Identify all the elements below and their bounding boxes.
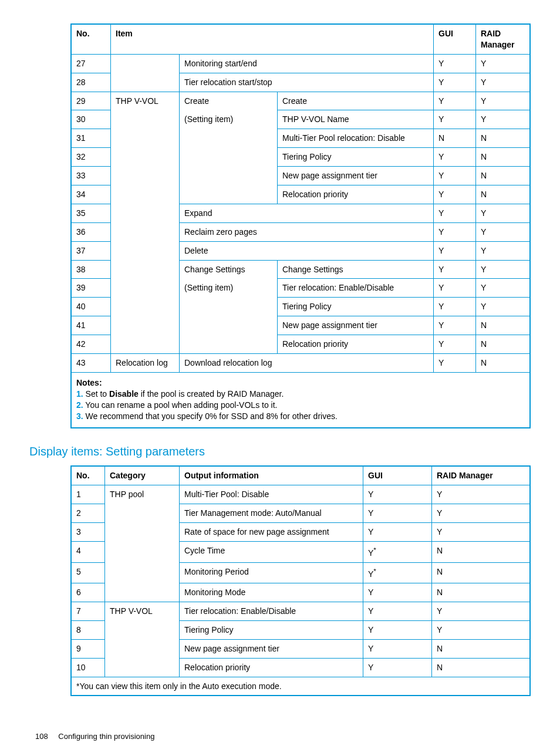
cell-no: 28 xyxy=(71,73,111,92)
cell-detail: New page assignment tier xyxy=(278,167,434,185)
page-number: 108 xyxy=(35,732,48,741)
cell-gui: Y xyxy=(434,354,476,373)
cell-raid: Y xyxy=(476,260,531,279)
cell-category: THP pool xyxy=(105,485,180,504)
cell-category xyxy=(105,562,180,583)
cell-output: Cycle Time xyxy=(180,542,363,563)
table-row: 37 Delete Y Y xyxy=(71,241,530,260)
table-row: 9 New page assignment tier Y N xyxy=(71,639,530,658)
cell-gui: Y xyxy=(363,658,432,677)
cell-category: THP V-VOL xyxy=(105,602,180,621)
cell-no: 34 xyxy=(71,185,111,204)
cell-no: 37 xyxy=(71,241,111,260)
col-gui: GUI xyxy=(434,24,476,54)
cell-item: Relocation log xyxy=(111,354,180,373)
cell-gui: Y xyxy=(434,298,476,316)
cell-item xyxy=(111,335,180,354)
cell-gui: Y xyxy=(363,602,432,621)
cell-sub: Change Settings xyxy=(180,260,278,279)
cell-gui: Y xyxy=(363,639,432,658)
cell-detail: Download relocation log xyxy=(180,354,434,373)
table-row: 38 Change Settings Change Settings Y Y xyxy=(71,260,530,279)
cell-no: 8 xyxy=(71,620,105,639)
page-footer: 108 Configuring thin provisioning xyxy=(29,731,531,742)
cell-raid: N xyxy=(432,639,531,658)
table-row: 42 Relocation priority Y N xyxy=(71,335,530,354)
table-row: 35 Expand Y Y xyxy=(71,204,530,222)
note-text-bold: Disable xyxy=(109,389,139,399)
cell-sub xyxy=(180,129,278,148)
cell-raid: N xyxy=(476,129,531,148)
cell-raid: N xyxy=(476,335,531,354)
col-no: No. xyxy=(71,24,111,54)
note-text-pre: Set to xyxy=(86,389,109,399)
cell-gui: Y xyxy=(363,485,432,504)
table-row: 27 Monitoring start/end Y Y xyxy=(71,54,530,73)
table-footnote: *You can view this item only in the Auto… xyxy=(71,677,530,696)
cell-gui: Y xyxy=(434,73,476,92)
cell-item xyxy=(111,110,180,129)
cell-raid: N xyxy=(476,316,531,335)
cell-category xyxy=(105,542,180,563)
cell-no: 5 xyxy=(71,562,105,583)
table-row: 43 Relocation log Download relocation lo… xyxy=(71,354,530,373)
cell-gui: Y xyxy=(363,504,432,523)
table-row: 39 (Setting item) Tier relocation: Enabl… xyxy=(71,279,530,298)
cell-no: 10 xyxy=(71,658,105,677)
cell-no: 3 xyxy=(71,523,105,542)
cell-raid: Y xyxy=(432,485,531,504)
cell-gui: Y xyxy=(434,260,476,279)
col-output: Output information xyxy=(180,466,363,485)
table-setting-items: No. Item GUI RAID Manager 27 Monitoring … xyxy=(70,23,531,428)
cell-raid: Y xyxy=(476,298,531,316)
table-row: 30 (Setting item) THP V-VOL Name Y Y xyxy=(71,110,530,129)
cell-raid: Y xyxy=(476,54,531,73)
cell-sub xyxy=(180,298,278,316)
table-row: 40 Tiering Policy Y Y xyxy=(71,298,530,316)
cell-detail: Monitoring start/end xyxy=(180,54,434,73)
table-row: 29 THP V-VOL Create Create Y Y xyxy=(71,92,530,110)
cell-sub: (Setting item) xyxy=(180,279,278,298)
cell-output: Tier relocation: Enable/Disable xyxy=(180,602,363,621)
note-text-post: if the pool is created by RAID Manager. xyxy=(139,389,284,399)
cell-no: 40 xyxy=(71,298,111,316)
cell-no: 36 xyxy=(71,222,111,241)
notes-row: Notes: 1. Set to Disable if the pool is … xyxy=(71,372,530,428)
note-number-icon: 3. xyxy=(76,411,83,421)
cell-no: 35 xyxy=(71,204,111,222)
table-row: 28 Tier relocation start/stop Y Y xyxy=(71,73,530,92)
table-row: 1 THP pool Multi-Tier Pool: Disable Y Y xyxy=(71,485,530,504)
cell-sub xyxy=(180,148,278,167)
notes-title: Notes: xyxy=(76,378,102,387)
cell-output: Relocation priority xyxy=(180,658,363,677)
cell-no: 32 xyxy=(71,148,111,167)
cell-no: 38 xyxy=(71,260,111,279)
table-row: 33 New page assignment tier Y N xyxy=(71,167,530,185)
cell-no: 43 xyxy=(71,354,111,373)
cell-raid: Y xyxy=(476,204,531,222)
cell-no: 7 xyxy=(71,602,105,621)
cell-no: 4 xyxy=(71,542,105,563)
cell-item xyxy=(111,279,180,298)
cell-item xyxy=(111,316,180,335)
cell-gui: Y xyxy=(434,167,476,185)
notes-cell: Notes: 1. Set to Disable if the pool is … xyxy=(71,372,530,428)
cell-detail: THP V-VOL Name xyxy=(278,110,434,129)
cell-detail: Create xyxy=(278,92,434,110)
table-row: 32 Tiering Policy Y N xyxy=(71,148,530,167)
cell-raid: Y xyxy=(476,241,531,260)
cell-sub xyxy=(180,316,278,335)
cell-gui: N xyxy=(434,129,476,148)
cell-detail: Tiering Policy xyxy=(278,148,434,167)
cell-raid: N xyxy=(476,148,531,167)
cell-gui: Y xyxy=(434,279,476,298)
col-item: Item xyxy=(111,24,434,54)
cell-no: 42 xyxy=(71,335,111,354)
cell-item xyxy=(111,73,180,92)
cell-raid: N xyxy=(432,583,531,602)
cell-output: Multi-Tier Pool: Disable xyxy=(180,485,363,504)
cell-item xyxy=(111,241,180,260)
cell-category xyxy=(105,504,180,523)
col-category: Category xyxy=(105,466,180,485)
cell-raid: N xyxy=(476,185,531,204)
